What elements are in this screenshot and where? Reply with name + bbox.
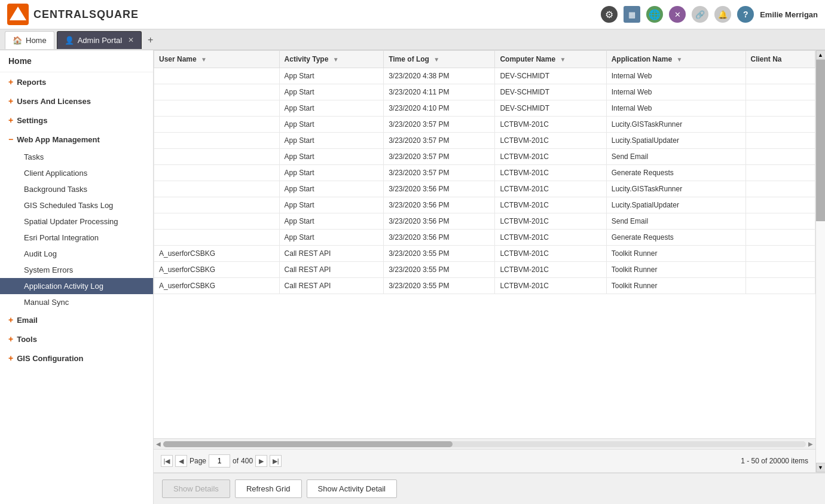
- sidebar-item-settings[interactable]: + Settings: [0, 111, 153, 130]
- tools-label: Tools: [17, 335, 37, 344]
- users-label: Users And Licenses: [17, 97, 91, 106]
- vscroll-track[interactable]: [816, 60, 825, 463]
- gis-config-label: GIS Configuration: [17, 354, 83, 363]
- show-details-button[interactable]: Show Details: [162, 479, 230, 498]
- table-row[interactable]: A_userforCSBKGCall REST API3/23/2020 3:5…: [154, 262, 815, 278]
- user-name: Emilie Merrigan: [760, 10, 818, 19]
- table-row[interactable]: App Start3/23/2020 4:10 PMDEV-SCHMIDTInt…: [154, 100, 815, 117]
- table-row[interactable]: App Start3/23/2020 4:11 PMDEV-SCHMIDTInt…: [154, 84, 815, 100]
- cell-clientName: [745, 117, 815, 133]
- cell-timeOfLog: 3/23/2020 3:56 PM: [384, 230, 495, 246]
- cell-applicationName: Lucity.GISTaskRunner: [606, 117, 745, 133]
- table-main-area: User Name ▼ Activity Type ▼ Time of Log: [154, 50, 825, 472]
- computer-filter-icon[interactable]: ▼: [560, 56, 566, 63]
- table-row[interactable]: App Start3/23/2020 3:56 PMLCTBVM-201CLuc…: [154, 181, 815, 197]
- cell-userName: [154, 84, 280, 100]
- username-filter-icon[interactable]: ▼: [201, 56, 207, 63]
- prev-page-button[interactable]: ◀: [175, 455, 187, 467]
- table-row[interactable]: A_userforCSBKGCall REST API3/23/2020 3:5…: [154, 246, 815, 262]
- settings-label: Settings: [17, 116, 47, 125]
- settings2-icon[interactable]: ✕: [669, 6, 686, 23]
- cell-applicationName: Generate Requests: [606, 230, 745, 246]
- cell-userName: [154, 197, 280, 213]
- vscroll-down-button[interactable]: ▼: [816, 463, 826, 472]
- sidebar-home[interactable]: Home: [0, 50, 153, 72]
- table-row[interactable]: App Start3/23/2020 4:38 PMDEV-SCHMIDTInt…: [154, 68, 815, 84]
- globe-icon[interactable]: 🌐: [646, 6, 663, 23]
- sidebar-child-tasks[interactable]: Tasks: [0, 149, 153, 165]
- sidebar-child-esri-portal[interactable]: Esri Portal Integration: [0, 230, 153, 246]
- cell-activityType: App Start: [279, 230, 384, 246]
- cell-clientName: [745, 84, 815, 100]
- table-row[interactable]: App Start3/23/2020 3:56 PMLCTBVM-201CLuc…: [154, 197, 815, 213]
- table-row[interactable]: App Start3/23/2020 3:56 PMLCTBVM-201CGen…: [154, 230, 815, 246]
- add-tab-button[interactable]: +: [144, 35, 157, 45]
- time-filter-icon[interactable]: ▼: [433, 56, 439, 63]
- sidebar-item-reports[interactable]: + Reports: [0, 72, 153, 91]
- table-row[interactable]: App Start3/23/2020 3:56 PMLCTBVM-201CSen…: [154, 213, 815, 230]
- next-page-button[interactable]: ▶: [255, 455, 267, 467]
- hscroll-track[interactable]: [163, 441, 806, 447]
- home-tab-label: Home: [26, 36, 47, 45]
- cell-timeOfLog: 3/23/2020 3:57 PM: [384, 165, 495, 181]
- vscroll-thumb[interactable]: [816, 60, 825, 221]
- sidebar-item-users-licenses[interactable]: + Users And Licenses: [0, 91, 153, 111]
- grid-icon[interactable]: ▦: [624, 6, 640, 23]
- main-layout: Home + Reports + Users And Licenses + Se…: [0, 50, 825, 504]
- vertical-scrollbar[interactable]: ▲ ▼: [815, 50, 825, 472]
- table-wrapper: User Name ▼ Activity Type ▼ Time of Log: [154, 50, 825, 472]
- cell-applicationName: Send Email: [606, 213, 745, 230]
- reports-expand-icon: +: [8, 77, 13, 87]
- page-input[interactable]: [209, 454, 230, 468]
- sidebar-item-email[interactable]: + Email: [0, 310, 153, 329]
- gear-icon[interactable]: ⚙: [601, 6, 618, 23]
- client-apps-label: Client Applications: [24, 169, 87, 178]
- cell-applicationName: Internal Web: [606, 100, 745, 117]
- esri-portal-label: Esri Portal Integration: [24, 233, 99, 242]
- help-icon[interactable]: ?: [737, 6, 754, 23]
- bell-icon[interactable]: 🔔: [714, 6, 731, 23]
- link-icon[interactable]: 🔗: [692, 6, 708, 23]
- tab-home[interactable]: 🏠 Home: [5, 31, 54, 49]
- hscroll-right-arrow[interactable]: ▶: [808, 441, 813, 447]
- sidebar-child-client-apps[interactable]: Client Applications: [0, 165, 153, 181]
- refresh-grid-button[interactable]: Refresh Grid: [235, 479, 302, 498]
- hscroll-left-arrow[interactable]: ◀: [156, 441, 161, 447]
- table-row[interactable]: App Start3/23/2020 3:57 PMLCTBVM-201CLuc…: [154, 117, 815, 133]
- col-client-name: Client Na: [745, 51, 815, 68]
- vscroll-up-button[interactable]: ▲: [816, 50, 826, 60]
- sidebar-child-audit-log[interactable]: Audit Log: [0, 246, 153, 262]
- of-label: of: [233, 457, 239, 465]
- tab-admin-portal[interactable]: 👤 Admin Portal ✕: [57, 31, 142, 49]
- table-row[interactable]: App Start3/23/2020 3:57 PMLCTBVM-201CGen…: [154, 165, 815, 181]
- table-row[interactable]: App Start3/23/2020 3:57 PMLCTBVM-201CSen…: [154, 149, 815, 165]
- audit-log-label: Audit Log: [24, 249, 57, 258]
- horizontal-scrollbar[interactable]: ◀ ▶: [154, 438, 815, 449]
- cell-userName: [154, 181, 280, 197]
- table-row[interactable]: A_userforCSBKGCall REST API3/23/2020 3:5…: [154, 278, 815, 294]
- app-name-filter-icon[interactable]: ▼: [676, 56, 682, 63]
- sidebar-child-app-activity-log[interactable]: Application Activity Log: [0, 278, 153, 294]
- sidebar-item-gis-config[interactable]: + GIS Configuration: [0, 349, 153, 368]
- sidebar-item-tools[interactable]: + Tools: [0, 329, 153, 349]
- hscroll-thumb[interactable]: [163, 441, 453, 447]
- table-scroll-container[interactable]: User Name ▼ Activity Type ▼ Time of Log: [154, 50, 815, 438]
- admin-tab-close[interactable]: ✕: [128, 36, 134, 44]
- sidebar-child-spatial-updater[interactable]: Spatial Updater Processing: [0, 213, 153, 230]
- activity-type-filter-icon[interactable]: ▼: [333, 56, 339, 63]
- col-application-name: Application Name ▼: [606, 51, 745, 68]
- sidebar-child-system-errors[interactable]: System Errors: [0, 262, 153, 278]
- users-expand-icon: +: [8, 96, 13, 106]
- cell-userName: A_userforCSBKG: [154, 246, 280, 262]
- cell-timeOfLog: 3/23/2020 3:57 PM: [384, 133, 495, 149]
- first-page-button[interactable]: |◀: [161, 455, 173, 467]
- sidebar-child-gis-log[interactable]: GIS Scheduled Tasks Log: [0, 197, 153, 213]
- background-tasks-label: Background Tasks: [24, 185, 87, 194]
- table-row[interactable]: App Start3/23/2020 3:57 PMLCTBVM-201CLuc…: [154, 133, 815, 149]
- sidebar-item-web-app-management[interactable]: − Web App Management: [0, 130, 153, 149]
- sidebar-child-manual-sync[interactable]: Manual Sync: [0, 294, 153, 310]
- show-activity-detail-button[interactable]: Show Activity Detail: [307, 479, 397, 498]
- last-page-button[interactable]: ▶|: [270, 455, 282, 467]
- sidebar-child-background-tasks[interactable]: Background Tasks: [0, 181, 153, 197]
- gis-config-expand-icon: +: [8, 353, 13, 363]
